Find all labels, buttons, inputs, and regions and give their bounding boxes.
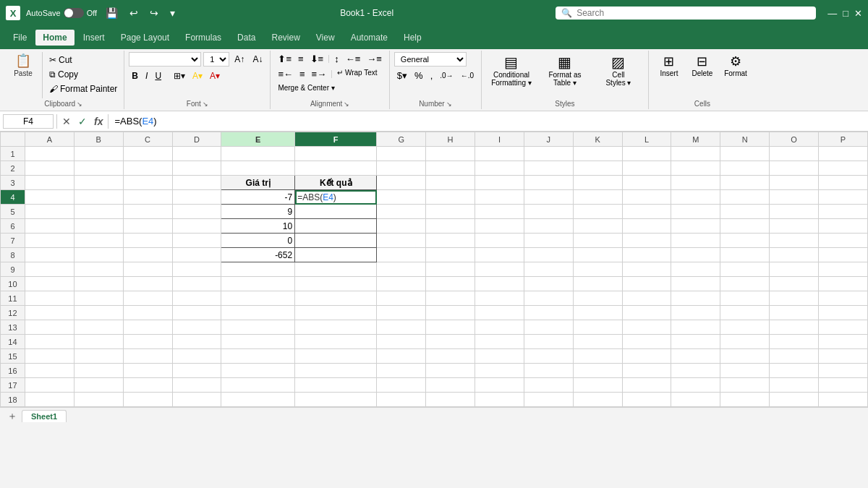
cell-O17[interactable] bbox=[770, 378, 819, 393]
fill-color-button[interactable]: A▾ bbox=[190, 69, 205, 82]
cell-G14[interactable] bbox=[377, 335, 426, 349]
cell-F17[interactable] bbox=[295, 378, 377, 393]
cell-B10[interactable] bbox=[74, 277, 123, 291]
tab-home[interactable]: Home bbox=[35, 30, 74, 46]
cell-E3[interactable]: Giá trị bbox=[221, 176, 295, 190]
cell-P14[interactable] bbox=[819, 335, 868, 349]
cell-M3[interactable] bbox=[671, 176, 720, 190]
cell-D17[interactable] bbox=[172, 378, 221, 393]
cell-L10[interactable] bbox=[622, 277, 671, 291]
col-header-A[interactable]: A bbox=[25, 132, 74, 147]
cell-G11[interactable] bbox=[377, 291, 426, 306]
col-header-F[interactable]: F bbox=[295, 132, 377, 147]
cell-A12[interactable] bbox=[25, 306, 74, 320]
cell-D15[interactable] bbox=[172, 349, 221, 364]
cell-I11[interactable] bbox=[475, 291, 524, 306]
cell-O16[interactable] bbox=[770, 364, 819, 378]
cell-I4[interactable] bbox=[475, 190, 524, 205]
cell-I13[interactable] bbox=[475, 320, 524, 335]
cell-A1[interactable] bbox=[25, 147, 74, 161]
cell-G2[interactable] bbox=[377, 161, 426, 176]
cell-G15[interactable] bbox=[377, 349, 426, 364]
cell-P12[interactable] bbox=[819, 306, 868, 320]
cell-I12[interactable] bbox=[475, 306, 524, 320]
cell-H3[interactable] bbox=[426, 176, 475, 190]
cell-P5[interactable] bbox=[819, 205, 868, 219]
cell-J13[interactable] bbox=[524, 320, 573, 335]
cut-button[interactable]: ✂ Cut bbox=[47, 53, 119, 67]
cell-C2[interactable] bbox=[123, 161, 172, 176]
cell-F16[interactable] bbox=[295, 364, 377, 378]
cell-K18[interactable] bbox=[573, 393, 622, 407]
cell-N14[interactable] bbox=[720, 335, 770, 349]
cell-P8[interactable] bbox=[819, 248, 868, 262]
cell-D4[interactable] bbox=[172, 190, 221, 205]
cell-I18[interactable] bbox=[475, 393, 524, 407]
row-header-8[interactable]: 8 bbox=[1, 248, 25, 262]
cell-M15[interactable] bbox=[671, 349, 720, 364]
cell-J14[interactable] bbox=[524, 335, 573, 349]
cell-C13[interactable] bbox=[123, 320, 172, 335]
cell-A11[interactable] bbox=[25, 291, 74, 306]
cell-reference-box[interactable] bbox=[3, 114, 54, 129]
cell-G17[interactable] bbox=[377, 378, 426, 393]
cell-K11[interactable] bbox=[573, 291, 622, 306]
cell-D13[interactable] bbox=[172, 320, 221, 335]
cell-G1[interactable] bbox=[377, 147, 426, 161]
tab-insert[interactable]: Insert bbox=[76, 30, 112, 46]
col-header-O[interactable]: O bbox=[770, 132, 819, 147]
cell-I14[interactable] bbox=[475, 335, 524, 349]
tab-help[interactable]: Help bbox=[396, 30, 429, 46]
decrease-font-button[interactable]: A↓ bbox=[250, 53, 265, 66]
cell-J1[interactable] bbox=[524, 147, 573, 161]
cell-C4[interactable] bbox=[123, 190, 172, 205]
row-header-16[interactable]: 16 bbox=[1, 364, 25, 378]
cell-I8[interactable] bbox=[475, 248, 524, 262]
cell-P16[interactable] bbox=[819, 364, 868, 378]
cell-E13[interactable] bbox=[221, 320, 295, 335]
cell-L8[interactable] bbox=[622, 248, 671, 262]
cell-F10[interactable] bbox=[295, 277, 377, 291]
insert-function-button[interactable]: fx bbox=[92, 115, 105, 128]
cell-P4[interactable] bbox=[819, 190, 868, 205]
cell-P15[interactable] bbox=[819, 349, 868, 364]
cell-M6[interactable] bbox=[671, 219, 720, 234]
decimal-decrease-button[interactable]: ←.0 bbox=[458, 70, 477, 81]
cell-O4[interactable] bbox=[770, 190, 819, 205]
cell-N13[interactable] bbox=[720, 320, 770, 335]
autosave-toggle[interactable] bbox=[64, 8, 84, 18]
cell-M8[interactable] bbox=[671, 248, 720, 262]
cell-K15[interactable] bbox=[573, 349, 622, 364]
cell-F1[interactable] bbox=[295, 147, 377, 161]
cell-F5[interactable] bbox=[295, 205, 377, 219]
cell-F7[interactable] bbox=[295, 234, 377, 248]
cell-A13[interactable] bbox=[25, 320, 74, 335]
cell-A8[interactable] bbox=[25, 248, 74, 262]
conditional-formatting-button[interactable]: ▤ ConditionalFormatting ▾ bbox=[486, 52, 537, 88]
cell-P11[interactable] bbox=[819, 291, 868, 306]
cell-L13[interactable] bbox=[622, 320, 671, 335]
cell-D18[interactable] bbox=[172, 393, 221, 407]
cell-H9[interactable] bbox=[426, 262, 475, 277]
cell-N9[interactable] bbox=[720, 262, 770, 277]
cell-H12[interactable] bbox=[426, 306, 475, 320]
cell-H5[interactable] bbox=[426, 205, 475, 219]
cell-J11[interactable] bbox=[524, 291, 573, 306]
cell-H4[interactable] bbox=[426, 190, 475, 205]
cell-L14[interactable] bbox=[622, 335, 671, 349]
cell-N18[interactable] bbox=[720, 393, 770, 407]
col-header-E[interactable]: E bbox=[221, 132, 295, 147]
cell-E9[interactable] bbox=[221, 262, 295, 277]
col-header-B[interactable]: B bbox=[74, 132, 123, 147]
cell-I6[interactable] bbox=[475, 219, 524, 234]
cell-A3[interactable] bbox=[25, 176, 74, 190]
cell-N8[interactable] bbox=[720, 248, 770, 262]
cell-N3[interactable] bbox=[720, 176, 770, 190]
cell-B1[interactable] bbox=[74, 147, 123, 161]
cell-N5[interactable] bbox=[720, 205, 770, 219]
row-header-11[interactable]: 11 bbox=[1, 291, 25, 306]
cell-C6[interactable] bbox=[123, 219, 172, 234]
cell-D7[interactable] bbox=[172, 234, 221, 248]
cell-I17[interactable] bbox=[475, 378, 524, 393]
cell-L16[interactable] bbox=[622, 364, 671, 378]
